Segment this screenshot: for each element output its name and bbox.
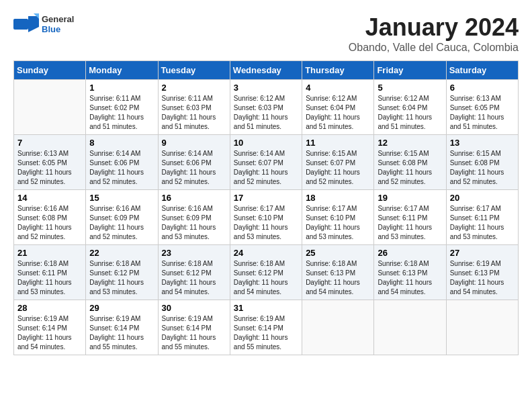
day-info: Sunrise: 6:11 AM Sunset: 6:02 PM Dayligh… <box>89 94 154 132</box>
calendar-cell: 14Sunrise: 6:16 AM Sunset: 6:08 PM Dayli… <box>14 190 86 245</box>
calendar-cell: 24Sunrise: 6:18 AM Sunset: 6:12 PM Dayli… <box>230 245 302 300</box>
location-title: Obando, Valle del Cauca, Colombia <box>349 42 519 54</box>
month-title: January 2024 <box>349 13 519 42</box>
week-row-2: 7Sunrise: 6:13 AM Sunset: 6:05 PM Daylig… <box>14 135 519 190</box>
header: General Blue January 2024 Obando, Valle … <box>13 13 519 54</box>
day-info: Sunrise: 6:11 AM Sunset: 6:03 PM Dayligh… <box>162 94 226 132</box>
day-info: Sunrise: 6:16 AM Sunset: 6:09 PM Dayligh… <box>89 204 154 242</box>
calendar-table: SundayMondayTuesdayWednesdayThursdayFrid… <box>13 60 519 355</box>
day-info: Sunrise: 6:12 AM Sunset: 6:04 PM Dayligh… <box>378 94 442 132</box>
day-info: Sunrise: 6:19 AM Sunset: 6:14 PM Dayligh… <box>17 314 82 352</box>
col-header-wednesday: Wednesday <box>230 61 302 80</box>
calendar-cell <box>302 300 374 355</box>
day-info: Sunrise: 6:17 AM Sunset: 6:11 PM Dayligh… <box>450 204 515 242</box>
calendar-cell: 3Sunrise: 6:12 AM Sunset: 6:03 PM Daylig… <box>230 80 302 135</box>
day-number: 31 <box>234 303 298 313</box>
calendar-cell: 26Sunrise: 6:18 AM Sunset: 6:13 PM Dayli… <box>374 245 446 300</box>
day-number: 7 <box>17 138 82 148</box>
day-info: Sunrise: 6:18 AM Sunset: 6:13 PM Dayligh… <box>306 259 370 297</box>
day-number: 2 <box>162 83 226 93</box>
calendar-cell: 12Sunrise: 6:15 AM Sunset: 6:08 PM Dayli… <box>374 135 446 190</box>
logo-general: General <box>42 14 74 24</box>
day-info: Sunrise: 6:14 AM Sunset: 6:06 PM Dayligh… <box>162 149 226 187</box>
calendar-cell: 13Sunrise: 6:15 AM Sunset: 6:08 PM Dayli… <box>446 135 518 190</box>
calendar-cell: 21Sunrise: 6:18 AM Sunset: 6:11 PM Dayli… <box>14 245 86 300</box>
calendar-cell: 1Sunrise: 6:11 AM Sunset: 6:02 PM Daylig… <box>86 80 158 135</box>
calendar-cell: 23Sunrise: 6:18 AM Sunset: 6:12 PM Dayli… <box>158 245 230 300</box>
day-info: Sunrise: 6:13 AM Sunset: 6:05 PM Dayligh… <box>17 149 82 187</box>
day-info: Sunrise: 6:17 AM Sunset: 6:11 PM Dayligh… <box>378 204 442 242</box>
col-header-thursday: Thursday <box>302 61 374 80</box>
day-number: 28 <box>17 303 82 313</box>
day-number: 24 <box>234 248 298 258</box>
calendar-cell: 30Sunrise: 6:19 AM Sunset: 6:14 PM Dayli… <box>158 300 230 355</box>
calendar-cell: 27Sunrise: 6:19 AM Sunset: 6:13 PM Dayli… <box>446 245 518 300</box>
col-header-saturday: Saturday <box>446 61 518 80</box>
calendar-cell: 5Sunrise: 6:12 AM Sunset: 6:04 PM Daylig… <box>374 80 446 135</box>
day-number: 10 <box>234 138 298 148</box>
day-info: Sunrise: 6:19 AM Sunset: 6:14 PM Dayligh… <box>89 314 154 352</box>
day-info: Sunrise: 6:15 AM Sunset: 6:07 PM Dayligh… <box>306 149 370 187</box>
calendar-cell: 4Sunrise: 6:12 AM Sunset: 6:04 PM Daylig… <box>302 80 374 135</box>
day-info: Sunrise: 6:12 AM Sunset: 6:03 PM Dayligh… <box>234 94 298 132</box>
day-info: Sunrise: 6:18 AM Sunset: 6:12 PM Dayligh… <box>234 259 298 297</box>
day-info: Sunrise: 6:19 AM Sunset: 6:14 PM Dayligh… <box>234 314 298 352</box>
day-number: 9 <box>162 138 226 148</box>
day-info: Sunrise: 6:18 AM Sunset: 6:13 PM Dayligh… <box>378 259 442 297</box>
calendar-cell: 19Sunrise: 6:17 AM Sunset: 6:11 PM Dayli… <box>374 190 446 245</box>
calendar-cell: 9Sunrise: 6:14 AM Sunset: 6:06 PM Daylig… <box>158 135 230 190</box>
svg-rect-0 <box>13 19 28 30</box>
day-number: 29 <box>89 303 154 313</box>
day-number: 23 <box>162 248 226 258</box>
calendar-cell: 20Sunrise: 6:17 AM Sunset: 6:11 PM Dayli… <box>446 190 518 245</box>
day-number: 3 <box>234 83 298 93</box>
col-header-monday: Monday <box>86 61 158 80</box>
calendar-cell: 29Sunrise: 6:19 AM Sunset: 6:14 PM Dayli… <box>86 300 158 355</box>
day-number: 11 <box>306 138 370 148</box>
day-info: Sunrise: 6:16 AM Sunset: 6:09 PM Dayligh… <box>162 204 226 242</box>
day-info: Sunrise: 6:18 AM Sunset: 6:11 PM Dayligh… <box>17 259 82 297</box>
col-header-tuesday: Tuesday <box>158 61 230 80</box>
day-number: 5 <box>378 83 442 93</box>
day-info: Sunrise: 6:19 AM Sunset: 6:14 PM Dayligh… <box>162 314 226 352</box>
day-info: Sunrise: 6:13 AM Sunset: 6:05 PM Dayligh… <box>450 94 515 132</box>
day-number: 19 <box>378 193 442 203</box>
calendar-cell: 15Sunrise: 6:16 AM Sunset: 6:09 PM Dayli… <box>86 190 158 245</box>
calendar-cell: 18Sunrise: 6:17 AM Sunset: 6:10 PM Dayli… <box>302 190 374 245</box>
calendar-cell: 7Sunrise: 6:13 AM Sunset: 6:05 PM Daylig… <box>14 135 86 190</box>
day-number: 8 <box>89 138 154 148</box>
day-number: 25 <box>306 248 370 258</box>
day-number: 6 <box>450 83 515 93</box>
calendar-cell: 25Sunrise: 6:18 AM Sunset: 6:13 PM Dayli… <box>302 245 374 300</box>
day-number: 13 <box>450 138 515 148</box>
calendar-cell: 2Sunrise: 6:11 AM Sunset: 6:03 PM Daylig… <box>158 80 230 135</box>
day-number: 4 <box>306 83 370 93</box>
calendar-cell: 31Sunrise: 6:19 AM Sunset: 6:14 PM Dayli… <box>230 300 302 355</box>
day-number: 18 <box>306 193 370 203</box>
svg-marker-1 <box>28 16 39 32</box>
day-number: 20 <box>450 193 515 203</box>
day-number: 26 <box>378 248 442 258</box>
calendar-cell: 22Sunrise: 6:18 AM Sunset: 6:12 PM Dayli… <box>86 245 158 300</box>
day-info: Sunrise: 6:15 AM Sunset: 6:08 PM Dayligh… <box>378 149 442 187</box>
day-info: Sunrise: 6:14 AM Sunset: 6:07 PM Dayligh… <box>234 149 298 187</box>
day-number: 16 <box>162 193 226 203</box>
day-info: Sunrise: 6:17 AM Sunset: 6:10 PM Dayligh… <box>306 204 370 242</box>
week-row-4: 21Sunrise: 6:18 AM Sunset: 6:11 PM Dayli… <box>14 245 519 300</box>
day-number: 1 <box>89 83 154 93</box>
calendar-cell: 6Sunrise: 6:13 AM Sunset: 6:05 PM Daylig… <box>446 80 518 135</box>
calendar-cell <box>374 300 446 355</box>
day-info: Sunrise: 6:19 AM Sunset: 6:13 PM Dayligh… <box>450 259 515 297</box>
title-area: January 2024 Obando, Valle del Cauca, Co… <box>349 13 519 54</box>
col-header-sunday: Sunday <box>14 61 86 80</box>
logo-blue: Blue <box>42 24 74 34</box>
calendar-cell <box>14 80 86 135</box>
week-row-1: 1Sunrise: 6:11 AM Sunset: 6:02 PM Daylig… <box>14 80 519 135</box>
day-number: 14 <box>17 193 82 203</box>
calendar-cell: 8Sunrise: 6:14 AM Sunset: 6:06 PM Daylig… <box>86 135 158 190</box>
day-info: Sunrise: 6:12 AM Sunset: 6:04 PM Dayligh… <box>306 94 370 132</box>
day-number: 17 <box>234 193 298 203</box>
calendar-cell: 17Sunrise: 6:17 AM Sunset: 6:10 PM Dayli… <box>230 190 302 245</box>
day-info: Sunrise: 6:16 AM Sunset: 6:08 PM Dayligh… <box>17 204 82 242</box>
day-info: Sunrise: 6:18 AM Sunset: 6:12 PM Dayligh… <box>89 259 154 297</box>
